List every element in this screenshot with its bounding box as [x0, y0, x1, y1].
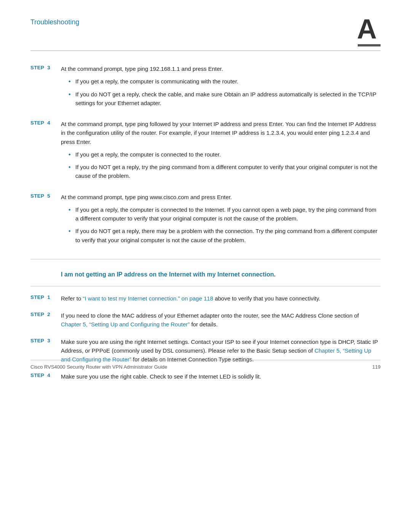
list-item: If you get a reply, the computer is conn… — [68, 150, 381, 159]
s2-step-4-text: Make sure you use the right cable. Check… — [61, 373, 261, 380]
s2-step-1-link[interactable]: “I want to test my Internet connection.”… — [83, 295, 213, 302]
s2-step-1-label: STEP 1 — [30, 294, 61, 303]
main-content: STEP 3 At the command prompt, type ping … — [30, 51, 381, 381]
step-5-content: At the command prompt, type ping www.cis… — [61, 193, 381, 248]
step-4-content: At the command prompt, type ping followe… — [61, 120, 381, 184]
step-4-text: At the command prompt, type ping followe… — [61, 121, 376, 145]
list-item: If you do NOT get a reply, check the cab… — [68, 90, 381, 108]
step-3-label: STEP 3 — [30, 64, 61, 111]
s2-step-4-label: STEP 4 — [30, 372, 61, 381]
list-item: If you get a reply, the computer is comm… — [68, 77, 381, 86]
s2-step-1-block: STEP 1 Refer to “I want to test my Inter… — [30, 294, 381, 303]
s2-step-2-text-before: If you need to clone the MAC address of … — [61, 312, 359, 319]
step-5-text: At the command prompt, type ping www.cis… — [61, 194, 232, 200]
step-4-block: STEP 4 At the command prompt, type ping … — [30, 120, 381, 184]
page-header: Troubleshooting A — [30, 0, 381, 51]
footer-page-number: 119 — [372, 364, 381, 370]
s2-step-1-text-before: Refer to — [61, 295, 83, 302]
list-item: If you get a reply, the computer is conn… — [68, 205, 381, 223]
s2-step-4-content: Make sure you use the right cable. Check… — [61, 372, 381, 381]
page-footer: Cisco RVS4000 Security Router with VPN A… — [30, 360, 381, 370]
step-3-text: At the command prompt, type ping 192.168… — [61, 66, 223, 72]
section-divider-2 — [30, 286, 381, 286]
s2-step-2-link[interactable]: Chapter 5, “Setting Up and Configuring t… — [61, 321, 190, 328]
list-item: If you do NOT get a reply, there may be … — [68, 227, 381, 244]
step-4-bullets: If you get a reply, the computer is conn… — [61, 150, 381, 181]
section-divider-1 — [30, 259, 381, 259]
step-5-block: STEP 5 At the command prompt, type ping … — [30, 193, 381, 248]
s2-step-1-content: Refer to “I want to test my Internet con… — [61, 294, 381, 303]
chapter-title: Troubleshooting — [30, 15, 79, 26]
chapter-letter: A — [357, 15, 377, 43]
step-4-label: STEP 4 — [30, 120, 61, 184]
s2-step-2-content: If you need to clone the MAC address of … — [61, 311, 381, 329]
s2-step-2-text-after: for details. — [190, 321, 218, 328]
section-2-heading: I am not getting an IP address on the In… — [30, 270, 381, 279]
step-3-block: STEP 3 At the command prompt, type ping … — [30, 64, 381, 111]
step-5-label: STEP 5 — [30, 193, 61, 248]
chapter-letter-underbar — [358, 44, 381, 46]
s2-step-2-label: STEP 2 — [30, 311, 61, 329]
s2-step-1-text-after: above to verify that you have connectivi… — [213, 295, 320, 302]
chapter-letter-block: A — [357, 15, 381, 46]
step-3-content: At the command prompt, type ping 192.168… — [61, 64, 381, 111]
step-5-bullets: If you get a reply, the computer is conn… — [61, 205, 381, 244]
list-item: If you do NOT get a reply, try the ping … — [68, 163, 381, 181]
step-3-bullets: If you get a reply, the computer is comm… — [61, 77, 381, 107]
s2-step-4-block: STEP 4 Make sure you use the right cable… — [30, 372, 381, 381]
footer-left-text: Cisco RVS4000 Security Router with VPN A… — [30, 364, 167, 370]
s2-step-2-block: STEP 2 If you need to clone the MAC addr… — [30, 311, 381, 329]
